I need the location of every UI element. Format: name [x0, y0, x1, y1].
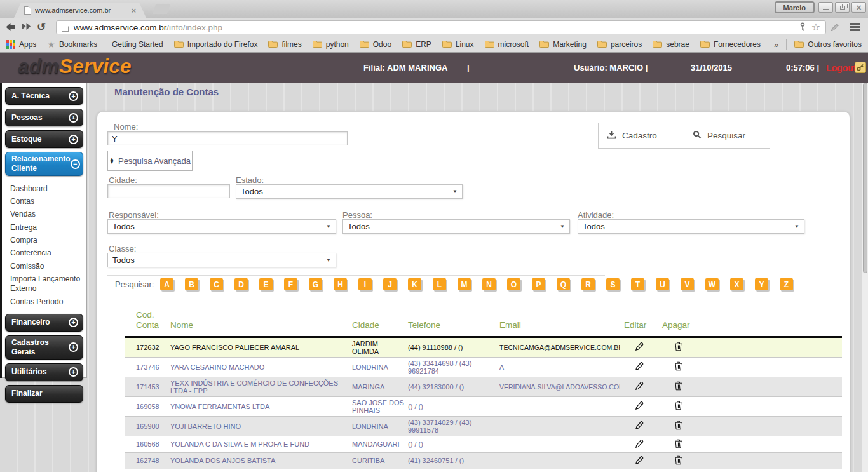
delete-button[interactable]	[658, 396, 698, 416]
letter-button-b[interactable]: B	[185, 278, 198, 290]
bookmark-star-icon[interactable]: ☆	[811, 22, 820, 32]
letter-button-a[interactable]: A	[160, 278, 173, 290]
pessoa-select[interactable]: Todos▼	[342, 219, 570, 234]
cidade-input[interactable]	[107, 184, 230, 198]
letter-button-f[interactable]: F	[284, 278, 297, 290]
bookmark-linux[interactable]: Linux	[442, 40, 474, 50]
key-icon[interactable]	[799, 22, 806, 33]
pesquisar-button[interactable]: Pesquisar	[684, 123, 770, 148]
bookmark-python[interactable]: python	[313, 40, 349, 50]
reload-button[interactable]: ↺	[37, 20, 46, 34]
letter-button-t[interactable]: T	[631, 278, 644, 290]
sidebar-item-vendas[interactable]: Vendas	[10, 208, 83, 221]
customize-icon[interactable]	[830, 22, 840, 35]
sidebar-group-a-tecnica[interactable]: A. Técnica+	[5, 87, 83, 105]
sidebar-item-dashboard[interactable]: Dashboard	[10, 182, 83, 195]
bookmark-parceiros[interactable]: parceiros	[597, 40, 642, 50]
sidebar-item-importa-lancamento-externo[interactable]: Importa Lançamento Externo	[10, 273, 83, 296]
forward-button[interactable]	[21, 22, 32, 30]
bookmark-sebrae[interactable]: sebrae	[653, 40, 689, 50]
letter-button-k[interactable]: K	[408, 278, 421, 290]
other-bookmarks[interactable]: Outros favoritos	[794, 40, 862, 50]
bookmark-apps[interactable]: Apps	[6, 40, 36, 49]
edit-button[interactable]	[620, 469, 658, 472]
delete-button[interactable]	[658, 357, 698, 377]
menu-icon[interactable]	[850, 23, 860, 31]
url-bar[interactable]: www.admservice.com.br/info/index.php ☆	[56, 20, 826, 34]
estado-select[interactable]: Todos▼	[236, 184, 463, 199]
advanced-search-button[interactable]: ▲▼ Pesquisa Avançada	[107, 151, 193, 171]
nome-input[interactable]	[107, 131, 348, 145]
bookmark-odoo[interactable]: Odoo	[360, 40, 391, 50]
letter-button-e[interactable]: E	[259, 278, 273, 290]
bookmark-fornecedores[interactable]: Fornecedores	[700, 40, 761, 50]
bookmark-importado-do-firefox[interactable]: Importado do Firefox	[174, 40, 258, 50]
logout-key-icon[interactable]	[855, 62, 866, 73]
sidebar-group-cadastros-gerais[interactable]: Cadastros Gerais+	[5, 335, 83, 360]
sidebar-item-contas-periodo[interactable]: Contas Período	[10, 295, 83, 308]
letter-button-h[interactable]: H	[334, 278, 347, 290]
letter-button-x[interactable]: X	[730, 278, 743, 290]
logout-link[interactable]: Logout	[826, 63, 856, 73]
window-minimize-button[interactable]	[818, 2, 833, 13]
bookmark-microsoft[interactable]: microsoft	[485, 40, 529, 50]
bookmark-filmes[interactable]: filmes	[268, 40, 301, 50]
bookmark-marketing[interactable]: Marketing	[539, 40, 587, 50]
letter-button-v[interactable]: V	[681, 278, 694, 290]
sidebar-item-contas[interactable]: Contas	[10, 195, 83, 208]
letter-button-u[interactable]: U	[656, 278, 669, 290]
letter-button-w[interactable]: W	[705, 278, 719, 290]
cadastro-button[interactable]: Cadastro	[599, 123, 684, 148]
classe-select[interactable]: Todos▼	[107, 253, 336, 267]
delete-button[interactable]	[658, 469, 698, 472]
letter-button-m[interactable]: M	[458, 278, 471, 290]
bookmark-getting-started[interactable]: Getting Started	[108, 40, 163, 49]
back-button[interactable]	[5, 22, 16, 32]
letter-button-n[interactable]: N	[482, 278, 496, 290]
sidebar-group-estoque[interactable]: Estoque+	[5, 130, 83, 148]
sidebar-group-finalizar[interactable]: Finalizar	[5, 385, 83, 403]
edit-button[interactable]	[620, 337, 658, 357]
letter-button-p[interactable]: P	[532, 278, 545, 290]
sidebar-item-comissao[interactable]: Comissão	[10, 260, 83, 273]
edit-button[interactable]	[620, 416, 658, 436]
letter-button-r[interactable]: R	[581, 278, 595, 290]
letter-button-d[interactable]: D	[234, 278, 248, 290]
browser-tab[interactable]: www.admservice.com.br ×	[14, 3, 146, 18]
edit-button[interactable]	[620, 436, 658, 452]
profile-button[interactable]: Marcio	[775, 1, 815, 13]
edit-button[interactable]	[620, 357, 658, 377]
delete-button[interactable]	[658, 337, 698, 357]
new-tab-button[interactable]	[153, 4, 170, 14]
sidebar-group-relacionamento-cliente[interactable]: Relacionamento Cliente−	[5, 152, 83, 176]
letter-button-j[interactable]: J	[383, 278, 397, 290]
delete-button[interactable]	[658, 436, 698, 452]
window-close-button[interactable]: ×	[851, 2, 866, 13]
letter-button-z[interactable]: Z	[780, 278, 793, 290]
sidebar-group-financeiro[interactable]: Financeiro+	[5, 314, 83, 332]
delete-button[interactable]	[658, 377, 698, 396]
letter-button-g[interactable]: G	[309, 278, 322, 290]
edit-button[interactable]	[620, 377, 658, 396]
bookmark-erp[interactable]: ERP	[402, 40, 431, 50]
letter-button-c[interactable]: C	[210, 278, 223, 290]
window-restore-button[interactable]	[835, 2, 850, 13]
letter-button-l[interactable]: L	[433, 278, 446, 290]
scrollbar-thumb[interactable]	[863, 83, 867, 273]
delete-button[interactable]	[658, 416, 698, 436]
edit-button[interactable]	[620, 452, 658, 469]
letter-button-y[interactable]: Y	[755, 278, 768, 290]
letter-button-i[interactable]: I	[358, 278, 372, 290]
vertical-scrollbar[interactable]	[862, 83, 868, 472]
responsavel-select[interactable]: Todos▼	[107, 219, 336, 234]
sidebar-group-utilitarios[interactable]: Utilitários+	[5, 363, 83, 381]
letter-button-o[interactable]: O	[507, 278, 520, 290]
sidebar-group-pessoas[interactable]: Pessoas+	[5, 109, 83, 126]
bookmark-bookmarks[interactable]: ★Bookmarks	[47, 40, 97, 50]
tab-close-icon[interactable]: ×	[131, 6, 136, 15]
letter-button-q[interactable]: Q	[557, 278, 570, 290]
bookmarks-overflow-icon[interactable]: »	[774, 40, 778, 50]
delete-button[interactable]	[658, 452, 698, 469]
sidebar-item-compra[interactable]: Compra	[10, 234, 83, 246]
letter-button-s[interactable]: S	[606, 278, 620, 290]
